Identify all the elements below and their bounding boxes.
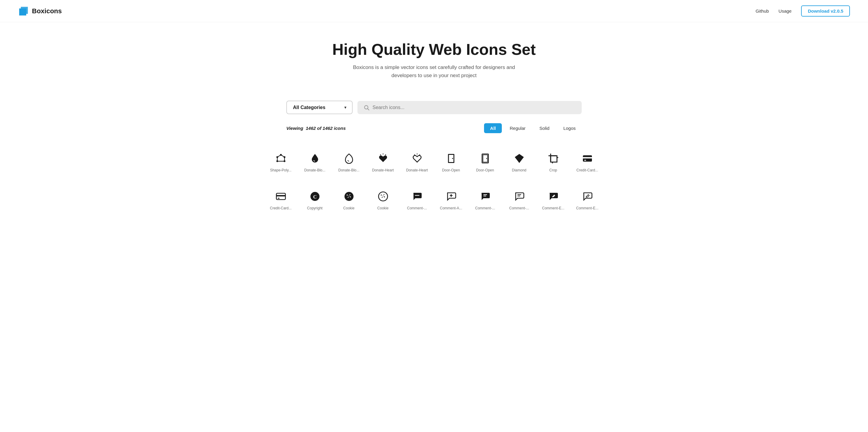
filter-logos[interactable]: Logos <box>557 123 582 133</box>
svg-rect-27 <box>278 198 279 199</box>
viewing-label: Viewing <box>286 126 306 131</box>
filter-buttons: All Regular Solid Logos <box>484 123 582 133</box>
list-item[interactable]: Comment-... <box>504 183 535 215</box>
svg-line-3 <box>368 109 369 110</box>
list-item[interactable]: C Copyright <box>299 183 330 215</box>
svg-point-15 <box>486 158 487 159</box>
list-item[interactable]: Donate-Heart <box>367 145 398 177</box>
svg-point-38 <box>383 194 384 195</box>
donate-heart-2-icon <box>411 153 423 165</box>
list-item[interactable]: Crop <box>538 145 569 177</box>
svg-rect-19 <box>551 156 557 162</box>
svg-rect-12 <box>452 158 453 159</box>
brand[interactable]: Boxicons <box>18 6 62 16</box>
icon-label: Door-Open <box>442 168 460 172</box>
list-item[interactable]: Comment-... <box>470 183 501 215</box>
svg-rect-26 <box>276 195 285 197</box>
icon-label: Cookie <box>377 206 389 210</box>
svg-rect-23 <box>583 157 592 159</box>
shape-polygon-icon <box>275 153 287 165</box>
cookie-1-icon <box>343 190 355 202</box>
boxicons-logo <box>18 6 29 16</box>
comment-edit-1-icon <box>547 190 559 202</box>
svg-rect-42 <box>415 195 419 196</box>
icon-label: Diamond <box>512 168 526 172</box>
icon-label: Comment-E... <box>576 206 598 210</box>
cookie-2-icon <box>377 190 389 202</box>
viewing-count: Viewing 1462 of 1462 icons <box>286 126 346 131</box>
svg-point-30 <box>344 192 353 201</box>
filter-bar: Viewing 1462 of 1462 icons All Regular S… <box>268 123 600 139</box>
icon-label: Comment-A... <box>440 206 462 210</box>
github-link[interactable]: Github <box>755 8 769 13</box>
credit-card-2-icon <box>275 190 287 202</box>
download-button[interactable]: Download v2.0.5 <box>801 5 850 16</box>
list-item[interactable]: Credit-Card... <box>572 145 603 177</box>
svg-rect-24 <box>584 160 586 161</box>
icon-label: Crop <box>549 168 557 172</box>
crop-icon <box>547 153 559 165</box>
list-item[interactable]: Door-Open <box>470 145 501 177</box>
svg-text:C: C <box>313 194 317 200</box>
icon-label: Comment-... <box>509 206 529 210</box>
list-item[interactable]: Cookie <box>367 183 398 215</box>
search-input[interactable] <box>373 105 576 110</box>
icon-label: Donate-Heart <box>372 168 394 172</box>
icon-label: Credit-Card... <box>270 206 291 210</box>
icon-label: Copyright <box>307 206 322 210</box>
door-open-2-icon <box>479 153 491 165</box>
icon-label: Door-Open <box>476 168 494 172</box>
icons-row-1: Shape-Poly... Donate-Blo... Donate-Blo..… <box>265 145 603 177</box>
nav-links: Github Usage Download v2.0.5 <box>755 5 850 16</box>
search-section: All Categories Logos Regular Solid ▼ <box>268 92 600 123</box>
search-icon <box>364 104 370 110</box>
comment-edit-2-icon <box>581 190 593 202</box>
filter-regular[interactable]: Regular <box>504 123 532 133</box>
category-select[interactable]: All Categories Logos Regular Solid <box>293 105 346 110</box>
icons-section: Shape-Poly... Donate-Blo... Donate-Blo..… <box>253 139 615 239</box>
list-item[interactable]: Comment-E... <box>538 183 569 215</box>
svg-point-31 <box>347 195 348 196</box>
donate-blood-1-icon <box>309 153 321 165</box>
list-item[interactable]: Cookie <box>333 183 364 215</box>
svg-point-40 <box>384 196 385 198</box>
hero-subtitle: Boxicons is a simple vector icons set ca… <box>352 63 516 79</box>
svg-point-35 <box>348 196 349 196</box>
brand-name: Boxicons <box>32 7 62 15</box>
filter-all[interactable]: All <box>484 123 502 133</box>
comment-3-icon <box>513 190 525 202</box>
category-dropdown[interactable]: All Categories Logos Regular Solid ▼ <box>286 101 352 114</box>
door-open-1-icon <box>445 153 457 165</box>
list-item[interactable]: Donate-Blo... <box>299 145 330 177</box>
svg-marker-9 <box>277 155 284 161</box>
svg-point-32 <box>349 194 350 195</box>
svg-point-37 <box>381 195 382 196</box>
list-item[interactable]: Credit-Card... <box>265 183 296 215</box>
svg-point-2 <box>364 105 368 109</box>
icon-label: Shape-Poly... <box>270 168 291 172</box>
svg-point-36 <box>378 192 388 201</box>
list-item[interactable]: Comment-E... <box>572 183 603 215</box>
svg-marker-16 <box>515 154 524 163</box>
search-bar <box>358 101 582 114</box>
navbar: Boxicons Github Usage Download v2.0.5 <box>0 0 868 22</box>
copyright-icon: C <box>309 190 321 202</box>
hero-title: High Quality Web Icons Set <box>6 40 862 59</box>
icon-label: Donate-Blo... <box>338 168 359 172</box>
svg-point-34 <box>350 196 351 198</box>
donate-heart-1-icon <box>377 153 389 165</box>
list-item[interactable]: Donate-Blo... <box>333 145 364 177</box>
icon-label: Donate-Heart <box>406 168 428 172</box>
usage-link[interactable]: Usage <box>778 8 792 13</box>
icons-row-2: Credit-Card... C Copyright Cookie Cookie <box>265 183 603 215</box>
list-item[interactable]: Door-Open <box>435 145 467 177</box>
filter-solid[interactable]: Solid <box>533 123 555 133</box>
list-item[interactable]: Shape-Poly... <box>265 145 296 177</box>
hero-section: High Quality Web Icons Set Boxicons is a… <box>0 22 868 92</box>
comment-add-icon <box>445 190 457 202</box>
icon-label: Cookie <box>343 206 354 210</box>
list-item[interactable]: Comment-A... <box>435 183 467 215</box>
list-item[interactable]: Comment-... <box>401 183 433 215</box>
list-item[interactable]: Diamond <box>504 145 535 177</box>
list-item[interactable]: Donate-Heart <box>401 145 433 177</box>
